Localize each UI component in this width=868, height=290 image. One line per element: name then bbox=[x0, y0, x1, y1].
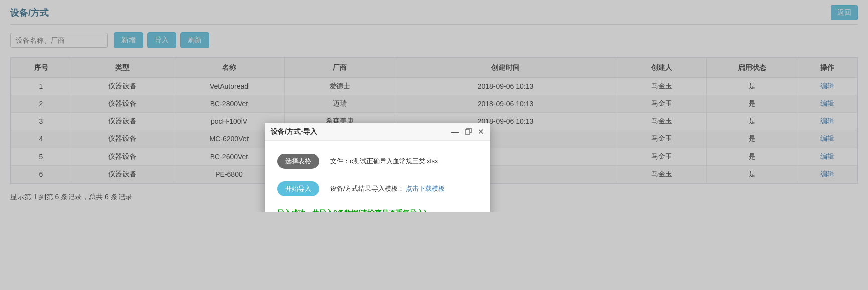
import-modal: 设备/方式-导入 — ✕ 选择表格 文件：c测试正确导入血常规三类.xlsx 开… bbox=[265, 123, 490, 212]
file-info: 文件：c测试正确导入血常规三类.xlsx bbox=[330, 157, 438, 166]
start-import-button[interactable]: 开始导入 bbox=[277, 181, 319, 196]
minimize-icon[interactable]: — bbox=[451, 128, 459, 136]
close-icon[interactable]: ✕ bbox=[478, 128, 484, 136]
select-file-button[interactable]: 选择表格 bbox=[277, 154, 319, 169]
download-template-link[interactable]: 点击下载模板 bbox=[406, 185, 445, 192]
modal-title: 设备/方式-导入 bbox=[271, 127, 317, 136]
maximize-icon[interactable] bbox=[465, 128, 472, 136]
template-info: 设备/方式结果导入模板： 点击下载模板 bbox=[330, 184, 445, 193]
import-success-message: 导入成功，共导入0条数据(请检查是否重复导入) bbox=[277, 209, 478, 212]
svg-rect-0 bbox=[465, 130, 470, 134]
